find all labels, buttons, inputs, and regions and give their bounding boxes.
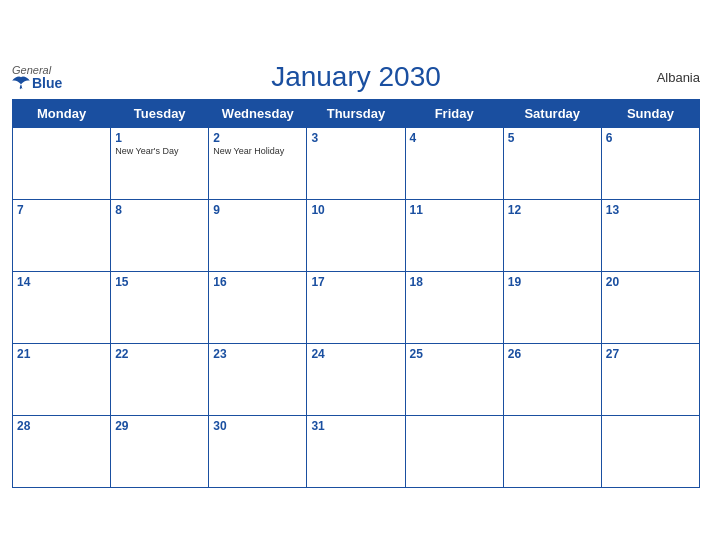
day-number: 3 xyxy=(311,131,400,145)
day-number: 22 xyxy=(115,347,204,361)
calendar-cell: 16 xyxy=(209,271,307,343)
calendar-cell: 17 xyxy=(307,271,405,343)
weekday-header-monday: Monday xyxy=(13,99,111,127)
weekday-header-friday: Friday xyxy=(405,99,503,127)
weekday-header-saturday: Saturday xyxy=(503,99,601,127)
day-number: 13 xyxy=(606,203,695,217)
day-number: 16 xyxy=(213,275,302,289)
calendar-week-row: 21222324252627 xyxy=(13,343,700,415)
day-number: 1 xyxy=(115,131,204,145)
day-number: 25 xyxy=(410,347,499,361)
logo-bird-icon xyxy=(12,75,30,89)
calendar-cell: 15 xyxy=(111,271,209,343)
calendar-cell xyxy=(405,415,503,487)
calendar-cell: 6 xyxy=(601,127,699,199)
weekday-header-tuesday: Tuesday xyxy=(111,99,209,127)
day-number: 14 xyxy=(17,275,106,289)
weekday-header-thursday: Thursday xyxy=(307,99,405,127)
calendar-cell: 5 xyxy=(503,127,601,199)
country-label: Albania xyxy=(657,69,700,84)
calendar-table: MondayTuesdayWednesdayThursdayFridaySatu… xyxy=(12,99,700,488)
calendar-cell: 9 xyxy=(209,199,307,271)
calendar-cell: 19 xyxy=(503,271,601,343)
day-number: 8 xyxy=(115,203,204,217)
calendar-week-row: 1New Year's Day2New Year Holiday3456 xyxy=(13,127,700,199)
weekday-header-row: MondayTuesdayWednesdayThursdayFridaySatu… xyxy=(13,99,700,127)
day-number: 7 xyxy=(17,203,106,217)
calendar-cell: 10 xyxy=(307,199,405,271)
day-number: 29 xyxy=(115,419,204,433)
holiday-label: New Year's Day xyxy=(115,146,204,157)
day-number: 27 xyxy=(606,347,695,361)
calendar-cell: 29 xyxy=(111,415,209,487)
calendar-week-row: 78910111213 xyxy=(13,199,700,271)
calendar-cell: 4 xyxy=(405,127,503,199)
day-number: 12 xyxy=(508,203,597,217)
calendar-cell: 12 xyxy=(503,199,601,271)
calendar-cell: 11 xyxy=(405,199,503,271)
calendar-cell xyxy=(503,415,601,487)
calendar-header: General Blue January 2030 Albania xyxy=(12,61,700,93)
day-number: 26 xyxy=(508,347,597,361)
calendar-wrapper: General Blue January 2030 Albania Monday… xyxy=(0,51,712,500)
calendar-cell: 22 xyxy=(111,343,209,415)
logo: General Blue xyxy=(12,64,62,89)
day-number: 18 xyxy=(410,275,499,289)
calendar-cell: 24 xyxy=(307,343,405,415)
day-number: 23 xyxy=(213,347,302,361)
calendar-cell: 26 xyxy=(503,343,601,415)
day-number: 6 xyxy=(606,131,695,145)
calendar-cell: 7 xyxy=(13,199,111,271)
calendar-cell: 23 xyxy=(209,343,307,415)
day-number: 30 xyxy=(213,419,302,433)
calendar-cell: 28 xyxy=(13,415,111,487)
calendar-cell: 1New Year's Day xyxy=(111,127,209,199)
holiday-label: New Year Holiday xyxy=(213,146,302,157)
calendar-cell xyxy=(13,127,111,199)
calendar-week-row: 28293031 xyxy=(13,415,700,487)
weekday-header-sunday: Sunday xyxy=(601,99,699,127)
logo-blue: Blue xyxy=(12,75,62,89)
day-number: 19 xyxy=(508,275,597,289)
calendar-title: January 2030 xyxy=(271,61,441,93)
day-number: 21 xyxy=(17,347,106,361)
day-number: 28 xyxy=(17,419,106,433)
day-number: 9 xyxy=(213,203,302,217)
calendar-cell: 25 xyxy=(405,343,503,415)
day-number: 5 xyxy=(508,131,597,145)
calendar-cell: 18 xyxy=(405,271,503,343)
calendar-cell: 2New Year Holiday xyxy=(209,127,307,199)
day-number: 24 xyxy=(311,347,400,361)
calendar-cell: 31 xyxy=(307,415,405,487)
day-number: 4 xyxy=(410,131,499,145)
day-number: 11 xyxy=(410,203,499,217)
day-number: 10 xyxy=(311,203,400,217)
day-number: 17 xyxy=(311,275,400,289)
calendar-cell: 13 xyxy=(601,199,699,271)
calendar-cell: 21 xyxy=(13,343,111,415)
calendar-week-row: 14151617181920 xyxy=(13,271,700,343)
day-number: 15 xyxy=(115,275,204,289)
calendar-cell: 14 xyxy=(13,271,111,343)
calendar-cell: 30 xyxy=(209,415,307,487)
day-number: 31 xyxy=(311,419,400,433)
calendar-cell: 3 xyxy=(307,127,405,199)
day-number: 2 xyxy=(213,131,302,145)
calendar-cell: 8 xyxy=(111,199,209,271)
weekday-header-wednesday: Wednesday xyxy=(209,99,307,127)
calendar-cell xyxy=(601,415,699,487)
calendar-cell: 20 xyxy=(601,271,699,343)
day-number: 20 xyxy=(606,275,695,289)
calendar-cell: 27 xyxy=(601,343,699,415)
